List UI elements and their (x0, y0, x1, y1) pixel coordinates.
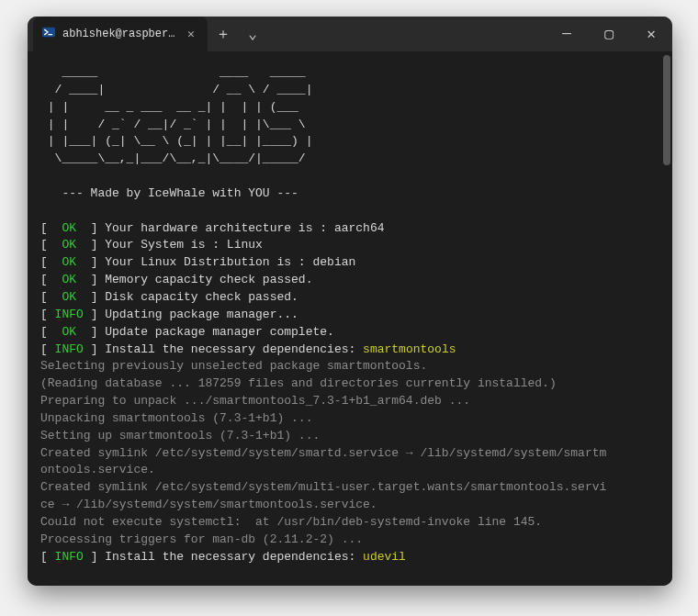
status-line: Your System is : Linux (105, 238, 263, 252)
plus-icon: ＋ (216, 25, 231, 44)
status-line: Your hardware architecture is : aarch64 (105, 221, 384, 235)
close-window-button[interactable]: ✕ (630, 17, 672, 51)
active-tab[interactable]: abhishek@raspberrypi: ~ ✕ (33, 17, 208, 51)
status-line: Install the necessary dependencies: (105, 550, 363, 564)
dependency-name: udevil (363, 550, 406, 564)
tab-title: abhishek@raspberrypi: ~ (62, 28, 176, 40)
close-icon: ✕ (647, 25, 656, 43)
apt-output: Selecting previously unselected package … (40, 359, 427, 373)
apt-output: Could not execute systemctl: at /usr/bin… (40, 515, 542, 529)
apt-output: Processing triggers for man-db (2.11.2-2… (40, 532, 363, 546)
scrollbar[interactable] (661, 51, 672, 586)
status-line: Install the necessary dependencies: (105, 342, 363, 356)
apt-output: Preparing to unpack .../smartmontools_7.… (40, 394, 470, 408)
tab-close-button[interactable]: ✕ (184, 27, 198, 41)
apt-output: Created symlink /etc/systemd/system/mult… (40, 480, 606, 494)
tagline: --- Made by IceWhale with YOU --- (40, 186, 298, 200)
apt-output: (Reading database ... 187259 files and d… (40, 376, 557, 390)
svg-rect-0 (42, 28, 55, 38)
powershell-icon (42, 26, 55, 42)
apt-output: ontools.service. (40, 463, 155, 476)
terminal-viewport[interactable]: _____ ____ _____ / ____| / __ \ / ____| … (28, 51, 672, 586)
titlebar: abhishek@raspberrypi: ~ ✕ ＋ ⌄ — ▢ ✕ (28, 17, 672, 51)
new-tab-button[interactable]: ＋ (209, 20, 237, 48)
status-line: Updating package manager... (105, 308, 298, 321)
apt-output: ce → /lib/systemd/system/smartmontools.s… (40, 498, 377, 511)
apt-output: Setting up smartmontools (7.3-1+b1) ... (40, 429, 320, 442)
apt-output: Unpacking smartmontools (7.3-1+b1) ... (40, 411, 312, 425)
scrollbar-thumb[interactable] (663, 55, 670, 165)
ascii-art: _____ ____ _____ / ____| / __ \ / ____| … (40, 65, 312, 183)
tab-menu-button[interactable]: ⌄ (239, 20, 266, 48)
status-line: Update package manager complete. (105, 325, 334, 339)
minimize-icon: — (562, 26, 571, 42)
status-line: Memory capacity check passed. (105, 273, 312, 286)
chevron-down-icon: ⌄ (248, 25, 257, 43)
maximize-button[interactable]: ▢ (588, 17, 630, 51)
apt-output: Created symlink /etc/systemd/system/smar… (40, 446, 606, 460)
status-line: Disk capacity check passed. (105, 290, 298, 304)
dependency-name: smartmontools (363, 342, 456, 356)
terminal-window: abhishek@raspberrypi: ~ ✕ ＋ ⌄ — ▢ ✕ ____… (28, 17, 672, 586)
minimize-button[interactable]: — (546, 17, 588, 51)
status-line: Your Linux Distribution is : debian (105, 255, 355, 269)
maximize-icon: ▢ (604, 25, 614, 43)
